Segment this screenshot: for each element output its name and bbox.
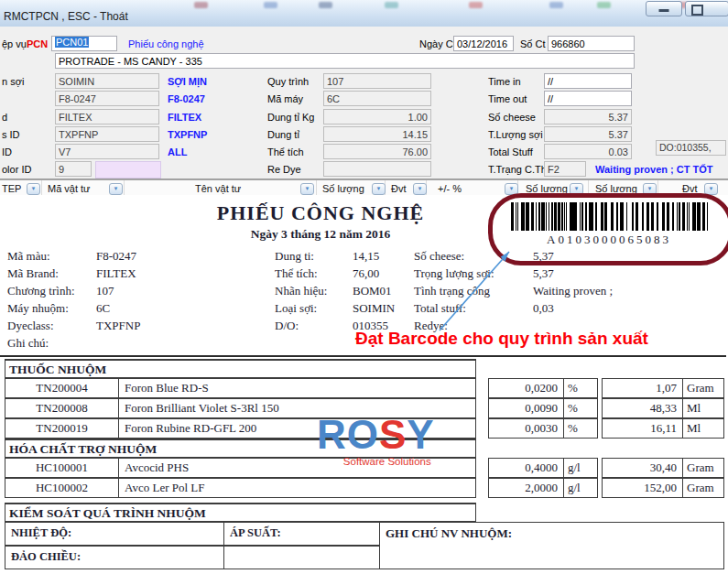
doc-weight-value: 5,37: [533, 266, 554, 281]
logo-subtitle: Software Solutions: [317, 456, 435, 467]
grid-col-qty1: Số lượng: [322, 183, 364, 194]
doc-machine-label: Máy nhuộm:: [7, 301, 69, 316]
section-divider: [0, 355, 726, 357]
doc-brand-value: FILTEX: [96, 266, 136, 281]
rosy-logo: ROSY Software Solutions: [317, 415, 435, 467]
chem-unit: g/l: [563, 458, 598, 478]
chem-code: HC100001: [5, 458, 119, 478]
doc-brand-label: Mã Brand:: [7, 266, 59, 281]
task-code-label: PCN: [27, 38, 48, 49]
yarn-label-fragment: n sợi: [2, 76, 24, 87]
doc-title: PHIẾU CÔNG NGHỆ: [119, 201, 522, 225]
annotation-text: Đạt Barcode cho quy trình sản xuất: [355, 329, 648, 349]
time-out-input[interactable]: [544, 91, 632, 106]
doc-machine-value: 6C: [96, 301, 110, 316]
doc-stuff-label: Total stuff:: [414, 301, 466, 316]
dye-qty: 0,0090: [488, 398, 564, 418]
logo-ro: RO: [317, 412, 379, 457]
dyeclass-label-fragment: s ID: [2, 129, 20, 140]
dyeclass-link: TXPFNP: [168, 129, 207, 140]
ratio-kg-label: Dung tỉ Kg: [267, 112, 314, 123]
doc-color-value: F8-0247: [96, 249, 136, 264]
process-input: [323, 73, 431, 89]
dye-name: Foron Blue RD-S: [118, 378, 476, 398]
yarn-input: [55, 73, 159, 89]
total-stuff-input: [544, 144, 632, 159]
ratio-kg-input: [323, 109, 431, 125]
order-input[interactable]: [55, 53, 635, 69]
do-reference-box: DO:010355,: [656, 140, 726, 156]
filter-icon[interactable]: ▼: [109, 183, 123, 195]
chem-qty: 2,0000: [488, 478, 564, 498]
filter-icon[interactable]: ▼: [372, 183, 386, 195]
color-swatch: [95, 161, 161, 179]
version-link: ALL: [168, 146, 187, 157]
chem-qty2: 152,00: [602, 478, 683, 498]
doc-no-label: Số Ct: [520, 38, 546, 49]
dye-qty2: 1,07: [602, 378, 683, 398]
logo-s: S: [379, 412, 407, 457]
doc-no-input[interactable]: [548, 36, 635, 51]
time-in-input[interactable]: [544, 73, 632, 89]
doc-bom-label: Nhãn hiệu:: [275, 284, 327, 298]
doc-volume-value: 76,00: [353, 266, 379, 281]
background-icon-blur: [469, 2, 483, 8]
barcode-highlight-ring: [488, 193, 728, 265]
form-area: ệp vụ PCN PCN01 Phiếu công nghệ Ngày Ct …: [0, 27, 728, 179]
pressure-cell: ÁP SUẤT:: [223, 522, 380, 546]
time-out-label: Time out: [488, 93, 527, 104]
version-input: [55, 144, 159, 159]
background-icon-blur: [597, 2, 611, 8]
selected-text: PCN01: [55, 37, 89, 48]
reverse-cell: ĐẢO CHIỀU:: [5, 546, 224, 569]
doc-note-label: Ghi chú:: [7, 336, 49, 351]
dye-unit: %: [563, 398, 598, 418]
redye-input: [323, 161, 431, 177]
process-label: Quy trình: [267, 76, 309, 87]
doc-dyeclass-label: Dyeclass:: [7, 319, 54, 333]
color-code-link: F8-0247: [168, 93, 205, 104]
control-section-header: KIỂM SOÁT QUÁ TRÌNH NHUỘM: [5, 503, 476, 522]
grid-col-code: Mã vật tư: [48, 183, 91, 194]
brand-link: FILTEX: [168, 112, 201, 123]
doc-ratio-value: 14,15: [353, 249, 379, 264]
redye-label: Re Dye: [267, 164, 301, 175]
colorid-label-fragment: olor ID: [2, 164, 31, 175]
separator: [41, 180, 42, 196]
filter-icon[interactable]: ▼: [300, 183, 314, 195]
time-in-label: Time in: [488, 76, 521, 87]
chem-qty: 0,4000: [488, 458, 564, 478]
background-icon-blur: [385, 2, 398, 8]
volume-input: [323, 144, 431, 159]
doc-yarn-label: Loại sợi:: [275, 301, 317, 316]
dye-code: TN200008: [5, 398, 119, 418]
doc-color-label: Mã màu:: [7, 249, 50, 264]
doc-dyeclass-value: TXPFNP: [96, 319, 140, 333]
filter-icon[interactable]: ▼: [27, 183, 40, 195]
filter-icon[interactable]: ▼: [413, 183, 427, 195]
version-label-fragment: ID: [2, 146, 12, 157]
dye-code: TN200004: [5, 378, 119, 398]
doc-weight-label: Trọng lượng sợi:: [414, 266, 494, 281]
task-code-input[interactable]: PCN01: [51, 36, 117, 51]
document-preview: PHIẾU CÔNG NGHỆ Ngày 3 tháng 12 năm 2016…: [0, 195, 728, 574]
dye-unit: %: [563, 378, 598, 398]
cheese-input: [544, 109, 632, 125]
doc-date: Ngày 3 tháng 12 năm 2016: [119, 227, 522, 242]
dye-unit2: Gram: [682, 378, 724, 398]
date-input[interactable]: [453, 36, 514, 51]
background-icon-blur: [549, 2, 563, 8]
dye-unit: %: [563, 418, 598, 439]
dye-section-header: THUỐC NHUỘM: [5, 359, 476, 378]
total-stuff-label: Total Stuff: [488, 146, 533, 157]
dye-unit2: Ml: [682, 418, 724, 439]
yarn-weight-label: T.Lượng sợi: [488, 129, 543, 140]
chem-code: HC100002: [5, 478, 119, 498]
operator-note-cell: GHI CHÚ NV NHUỘM:: [379, 522, 724, 569]
dye-qty: 0,0200: [488, 378, 564, 398]
doc-program-label: Chương trình:: [7, 284, 75, 298]
dye-unit2: Ml: [682, 398, 724, 418]
window-maximize-button[interactable]: [685, 1, 728, 16]
grid-col-step: TEP: [2, 183, 21, 194]
window-minimize-button[interactable]: [646, 1, 682, 16]
